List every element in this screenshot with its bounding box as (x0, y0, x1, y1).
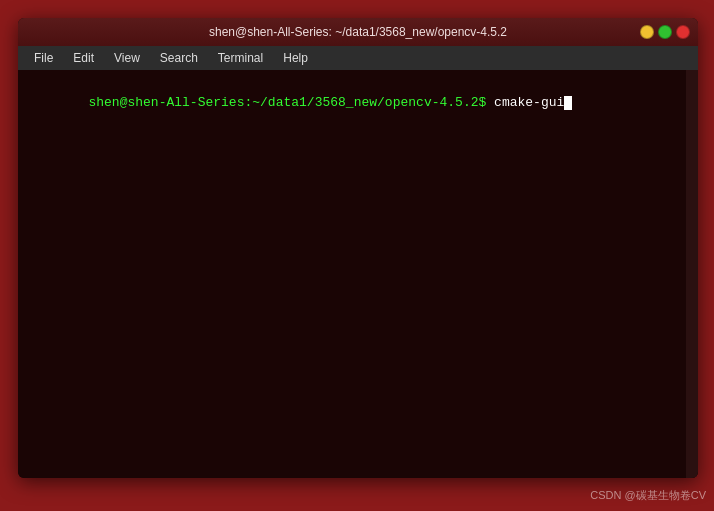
terminal-window: shen@shen-All-Series: ~/data1/3568_new/o… (18, 18, 698, 478)
menu-bar: File Edit View Search Terminal Help (18, 46, 698, 70)
close-button[interactable] (676, 25, 690, 39)
menu-view[interactable]: View (106, 49, 148, 67)
menu-help[interactable]: Help (275, 49, 316, 67)
maximize-button[interactable] (658, 25, 672, 39)
watermark: CSDN @碳基生物卷CV (590, 488, 706, 503)
window-title: shen@shen-All-Series: ~/data1/3568_new/o… (209, 25, 507, 39)
terminal-body[interactable]: shen@shen-All-Series:~/data1/3568_new/op… (18, 70, 698, 478)
menu-edit[interactable]: Edit (65, 49, 102, 67)
minimize-button[interactable] (640, 25, 654, 39)
menu-file[interactable]: File (26, 49, 61, 67)
terminal-cursor (564, 96, 572, 110)
desktop: shen@shen-All-Series: ~/data1/3568_new/o… (0, 0, 714, 511)
scrollbar[interactable] (686, 70, 698, 478)
window-controls (640, 25, 690, 39)
menu-search[interactable]: Search (152, 49, 206, 67)
terminal-line-1: shen@shen-All-Series:~/data1/3568_new/op… (26, 76, 690, 131)
terminal-command: cmake-gui (486, 95, 564, 110)
title-bar: shen@shen-All-Series: ~/data1/3568_new/o… (18, 18, 698, 46)
terminal-prompt: shen@shen-All-Series:~/data1/3568_new/op… (88, 95, 486, 110)
menu-terminal[interactable]: Terminal (210, 49, 271, 67)
